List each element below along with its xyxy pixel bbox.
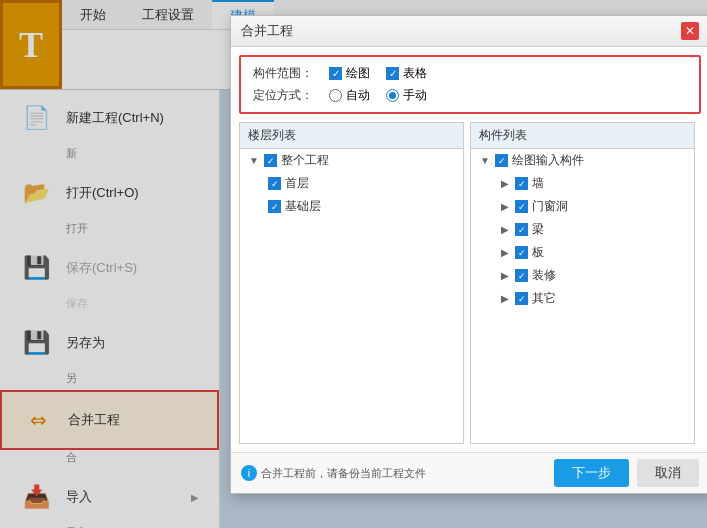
expand-arrow-wall[interactable]: ▶ (499, 178, 511, 190)
tree-item-other[interactable]: ▶ ✓ 其它 (491, 287, 694, 310)
check-foundation: ✓ (271, 202, 279, 212)
table-check-mark: ✓ (389, 68, 397, 79)
drawing-checkbox-item[interactable]: ✓ 绘图 (329, 65, 370, 82)
tree-item-decoration[interactable]: ▶ ✓ 装修 (491, 264, 694, 287)
info-icon: i (241, 465, 257, 481)
check-decoration: ✓ (518, 271, 526, 281)
tree-item-slab[interactable]: ▶ ✓ 板 (491, 241, 694, 264)
position-row: 定位方式： 自动 手动 (253, 87, 687, 104)
manual-label: 手动 (403, 87, 427, 104)
expand-arrow-decoration[interactable]: ▶ (499, 270, 511, 282)
tree-item-wall[interactable]: ▶ ✓ 墙 (491, 172, 694, 195)
check-whole-project: ✓ (267, 156, 275, 166)
manual-radio-item[interactable]: 手动 (386, 87, 427, 104)
check-floor1: ✓ (271, 179, 279, 189)
expand-arrow-other[interactable]: ▶ (499, 293, 511, 305)
check-drawing-input: ✓ (498, 156, 506, 166)
component-range-row: 构件范围： ✓ 绘图 ✓ 表格 (253, 65, 687, 82)
label-floor1: 首层 (285, 175, 309, 192)
position-label: 定位方式： (253, 87, 313, 104)
merge-dialog: 合并工程 ✕ 构件范围： ✓ 绘图 ✓ 表格 定位方式： 自动 (230, 15, 707, 494)
check-beam: ✓ (518, 225, 526, 235)
auto-radio-item[interactable]: 自动 (329, 87, 370, 104)
tree-item-foundation[interactable]: ✓ 基础层 (260, 195, 463, 218)
label-beam: 梁 (532, 221, 544, 238)
check-wall: ✓ (518, 179, 526, 189)
tree-item-door-window[interactable]: ▶ ✓ 门窗洞 (491, 195, 694, 218)
tree-item-drawing-input[interactable]: ▼ ✓ 绘图输入构件 (471, 149, 694, 172)
dialog-close-button[interactable]: ✕ (681, 22, 699, 40)
label-whole-project: 整个工程 (281, 152, 329, 169)
tree-item-beam[interactable]: ▶ ✓ 梁 (491, 218, 694, 241)
checkbox-slab[interactable]: ✓ (515, 246, 528, 259)
checkbox-beam[interactable]: ✓ (515, 223, 528, 236)
floor-list-header: 楼层列表 (240, 123, 463, 149)
checkbox-floor1[interactable]: ✓ (268, 177, 281, 190)
check-door-window: ✓ (518, 202, 526, 212)
label-wall: 墙 (532, 175, 544, 192)
drawing-checkbox[interactable]: ✓ (329, 67, 342, 80)
footer-info: i 合并工程前，请备份当前工程文件 (241, 465, 546, 481)
expand-arrow-slab[interactable]: ▶ (499, 247, 511, 259)
label-slab: 板 (532, 244, 544, 261)
expand-arrow-beam[interactable]: ▶ (499, 224, 511, 236)
checkbox-wall[interactable]: ✓ (515, 177, 528, 190)
checkbox-door-window[interactable]: ✓ (515, 200, 528, 213)
label-foundation: 基础层 (285, 198, 321, 215)
checkbox-decoration[interactable]: ✓ (515, 269, 528, 282)
cancel-button[interactable]: 取消 (637, 459, 699, 487)
expand-arrow-whole-project[interactable]: ▼ (248, 155, 260, 167)
check-slab: ✓ (518, 248, 526, 258)
checkbox-other[interactable]: ✓ (515, 292, 528, 305)
checkbox-foundation[interactable]: ✓ (268, 200, 281, 213)
label-other: 其它 (532, 290, 556, 307)
checkbox-whole-project[interactable]: ✓ (264, 154, 277, 167)
dialog-options-section: 构件范围： ✓ 绘图 ✓ 表格 定位方式： 自动 (239, 55, 701, 114)
footer-info-text: 合并工程前，请备份当前工程文件 (261, 466, 426, 481)
table-checkbox[interactable]: ✓ (386, 67, 399, 80)
component-range-label: 构件范围： (253, 65, 313, 82)
checkbox-drawing-input[interactable]: ✓ (495, 154, 508, 167)
manual-radio[interactable] (386, 89, 399, 102)
check-other: ✓ (518, 294, 526, 304)
component-list-panel[interactable]: 构件列表 ▼ ✓ 绘图输入构件 ▶ ✓ 墙 ▶ ✓ (470, 122, 695, 444)
tree-item-whole-project[interactable]: ▼ ✓ 整个工程 (240, 149, 463, 172)
table-checkbox-item[interactable]: ✓ 表格 (386, 65, 427, 82)
component-list-header: 构件列表 (471, 123, 694, 149)
next-button[interactable]: 下一步 (554, 459, 629, 487)
label-decoration: 装修 (532, 267, 556, 284)
table-label: 表格 (403, 65, 427, 82)
dialog-body: 楼层列表 ▼ ✓ 整个工程 ✓ 首层 ✓ 基础层 (231, 122, 707, 452)
manual-radio-dot (389, 92, 396, 99)
label-door-window: 门窗洞 (532, 198, 568, 215)
expand-arrow-drawing[interactable]: ▼ (479, 155, 491, 167)
drawing-check-mark: ✓ (332, 68, 340, 79)
label-drawing-input: 绘图输入构件 (512, 152, 584, 169)
expand-arrow-door-window[interactable]: ▶ (499, 201, 511, 213)
auto-radio[interactable] (329, 89, 342, 102)
floor-list-panel[interactable]: 楼层列表 ▼ ✓ 整个工程 ✓ 首层 ✓ 基础层 (239, 122, 464, 444)
dialog-title: 合并工程 (241, 22, 293, 40)
tree-item-floor1[interactable]: ✓ 首层 (260, 172, 463, 195)
dialog-titlebar: 合并工程 ✕ (231, 16, 707, 47)
auto-label: 自动 (346, 87, 370, 104)
drawing-label: 绘图 (346, 65, 370, 82)
dialog-footer: i 合并工程前，请备份当前工程文件 下一步 取消 (231, 452, 707, 493)
